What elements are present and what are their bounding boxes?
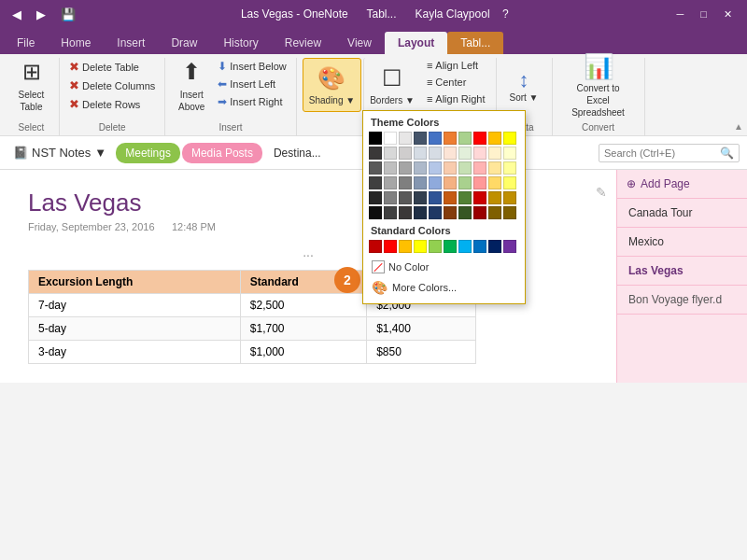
theme-color-swatch[interactable]: [473, 132, 486, 145]
theme-color-swatch[interactable]: [473, 176, 486, 189]
insert-below-button[interactable]: ⬇ Insert Below: [214, 58, 290, 75]
tab-draw[interactable]: Draw: [158, 32, 210, 54]
theme-color-swatch[interactable]: [444, 206, 457, 219]
theme-color-swatch[interactable]: [444, 176, 457, 189]
theme-color-swatch[interactable]: [488, 161, 501, 175]
align-center-button[interactable]: ≡ Center: [422, 75, 490, 90]
search-input[interactable]: [604, 147, 716, 159]
tab-layout[interactable]: Layout: [385, 32, 447, 54]
align-left-button[interactable]: ≡ Align Left: [422, 58, 490, 73]
theme-color-swatch[interactable]: [488, 206, 501, 219]
close-button[interactable]: ✕: [716, 6, 740, 23]
tab-home[interactable]: Home: [48, 32, 104, 54]
theme-color-swatch[interactable]: [429, 206, 442, 219]
standard-color-swatch[interactable]: [414, 240, 427, 253]
theme-color-swatch[interactable]: [458, 161, 472, 175]
theme-color-swatch[interactable]: [488, 176, 501, 189]
theme-color-swatch[interactable]: [369, 206, 382, 219]
theme-color-swatch[interactable]: [399, 161, 412, 175]
save-button[interactable]: 💾: [56, 6, 80, 23]
tab-history[interactable]: History: [210, 32, 271, 54]
tab-meetings[interactable]: Meetings: [116, 143, 180, 163]
tab-destinations[interactable]: Destina...: [264, 143, 331, 163]
theme-color-swatch[interactable]: [429, 147, 442, 160]
convert-excel-button[interactable]: 📊 Convert to ExcelSpreadsheet: [558, 58, 639, 112]
theme-color-swatch[interactable]: [414, 191, 427, 204]
tab-media-posts[interactable]: Media Posts: [182, 143, 262, 163]
tab-table[interactable]: Tabl...: [447, 32, 503, 54]
page-item-bon-voyage[interactable]: Bon Voyage flyer.d: [617, 286, 747, 315]
edit-icon[interactable]: ✎: [596, 185, 607, 200]
theme-color-swatch[interactable]: [503, 161, 516, 175]
delete-rows-button[interactable]: ✖ Delete Rows: [65, 95, 159, 113]
theme-color-swatch[interactable]: [414, 161, 427, 175]
theme-color-swatch[interactable]: [488, 132, 501, 145]
theme-color-swatch[interactable]: [399, 132, 412, 145]
theme-color-swatch[interactable]: [399, 191, 412, 204]
theme-color-swatch[interactable]: [458, 176, 472, 189]
more-colors-button[interactable]: 🎨 More Colors...: [369, 277, 519, 298]
standard-color-swatch[interactable]: [429, 240, 442, 253]
page-item-mexico[interactable]: Mexico: [617, 228, 747, 257]
theme-color-swatch[interactable]: [429, 191, 442, 204]
page-item-canada-tour[interactable]: Canada Tour: [617, 199, 747, 228]
standard-color-swatch[interactable]: [503, 240, 516, 253]
insert-left-button[interactable]: ⬅ Insert Left: [214, 76, 290, 92]
add-page-button[interactable]: ⊕ Add Page: [617, 170, 747, 199]
standard-color-swatch[interactable]: [444, 240, 457, 253]
theme-color-swatch[interactable]: [429, 132, 442, 145]
theme-color-swatch[interactable]: [369, 147, 382, 160]
theme-color-swatch[interactable]: [473, 147, 486, 160]
theme-color-swatch[interactable]: [399, 206, 412, 219]
borders-button[interactable]: ☐ Borders ▼: [363, 58, 420, 112]
theme-color-swatch[interactable]: [414, 176, 427, 189]
theme-color-swatch[interactable]: [503, 191, 516, 204]
theme-color-swatch[interactable]: [488, 147, 501, 160]
theme-color-swatch[interactable]: [384, 191, 397, 204]
tab-review[interactable]: Review: [272, 32, 334, 54]
theme-color-swatch[interactable]: [399, 147, 412, 160]
theme-color-swatch[interactable]: [384, 176, 397, 189]
theme-color-swatch[interactable]: [488, 191, 501, 204]
theme-color-swatch[interactable]: [429, 161, 442, 175]
theme-color-swatch[interactable]: [503, 147, 516, 160]
insert-above-button[interactable]: ⬆ InsertAbove: [171, 58, 212, 112]
theme-color-swatch[interactable]: [399, 176, 412, 189]
theme-color-swatch[interactable]: [458, 132, 472, 145]
theme-color-swatch[interactable]: [369, 191, 382, 204]
standard-color-swatch[interactable]: [458, 240, 472, 253]
standard-color-swatch[interactable]: [369, 240, 382, 253]
theme-color-swatch[interactable]: [458, 191, 472, 204]
theme-color-swatch[interactable]: [444, 161, 457, 175]
standard-color-swatch[interactable]: [384, 240, 397, 253]
shading-button[interactable]: 🎨 Shading ▼: [303, 58, 361, 112]
theme-color-swatch[interactable]: [369, 176, 382, 189]
standard-color-swatch[interactable]: [473, 240, 486, 253]
theme-color-swatch[interactable]: [458, 206, 472, 219]
theme-color-swatch[interactable]: [444, 147, 457, 160]
theme-color-swatch[interactable]: [429, 176, 442, 189]
page-item-las-vegas[interactable]: Las Vegas: [617, 257, 747, 286]
theme-color-swatch[interactable]: [369, 161, 382, 175]
no-color-button[interactable]: No Color: [369, 259, 519, 275]
theme-color-swatch[interactable]: [384, 161, 397, 175]
theme-color-swatch[interactable]: [444, 132, 457, 145]
theme-color-swatch[interactable]: [503, 176, 516, 189]
forward-button[interactable]: ▶: [32, 6, 50, 23]
theme-color-swatch[interactable]: [384, 206, 397, 219]
theme-color-swatch[interactable]: [473, 206, 486, 219]
theme-color-swatch[interactable]: [414, 132, 427, 145]
back-button[interactable]: ◀: [7, 6, 26, 23]
insert-right-button[interactable]: ➡ Insert Right: [214, 93, 290, 110]
select-table-button[interactable]: ⊞ SelectTable: [11, 58, 52, 112]
tab-view[interactable]: View: [334, 32, 385, 54]
sort-button[interactable]: ↕ Sort ▼: [503, 58, 543, 112]
standard-color-swatch[interactable]: [488, 240, 501, 253]
theme-color-swatch[interactable]: [414, 206, 427, 219]
theme-color-swatch[interactable]: [458, 147, 472, 160]
theme-color-swatch[interactable]: [444, 191, 457, 204]
delete-table-button[interactable]: ✖ Delete Table: [65, 58, 159, 76]
align-right-button[interactable]: ≡ Align Right: [422, 91, 490, 106]
ribbon-collapse-button[interactable]: ▲: [734, 121, 743, 132]
theme-color-swatch[interactable]: [384, 147, 397, 160]
